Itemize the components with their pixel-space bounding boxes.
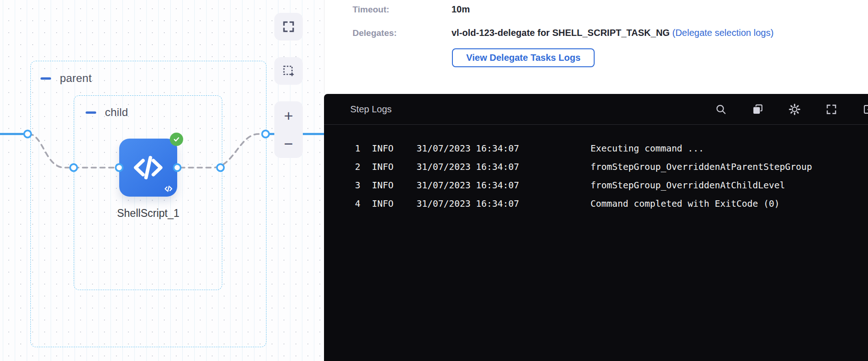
log-timestamp: 31/07/2023 16:34:07: [417, 198, 519, 209]
delegate-name-text: vl-old-123-delegate for SHELL_SCRIPT_TAS…: [451, 28, 672, 38]
step-group-child-header[interactable]: child: [86, 106, 128, 119]
delegates-label: Delegates:: [353, 28, 397, 38]
log-line: 4 INFO 31/07/2023 16:34:07 Command compl…: [324, 194, 868, 213]
delegate-selection-logs-link[interactable]: (Delegate selection logs): [672, 28, 774, 38]
success-badge-icon: [170, 133, 183, 146]
log-message: fromStepGroup_OverriddenAtChildLevel: [590, 180, 785, 191]
child-group-label: child: [105, 106, 128, 119]
log-message: fromStepGroup_OverriddenAtParentStepGrou…: [590, 162, 812, 172]
delegates-value: vl-old-123-delegate for SHELL_SCRIPT_TAS…: [451, 28, 774, 38]
log-level: INFO: [372, 162, 393, 172]
pipeline-canvas[interactable]: parent child ShellScript_1: [0, 0, 324, 361]
log-message: Command completed with ExitCode (0): [590, 198, 780, 209]
code-small-icon: [164, 184, 173, 193]
log-timestamp: 31/07/2023 16:34:07: [417, 162, 519, 172]
log-line: 3 INFO 31/07/2023 16:34:07 fromStepGroup…: [324, 176, 868, 194]
marquee-selection-icon: [282, 64, 295, 78]
canvas-marquee-select-button[interactable]: [274, 57, 303, 85]
fullscreen-icon[interactable]: [825, 103, 838, 116]
log-level: INFO: [372, 143, 393, 154]
step-node-label: ShellScript_1: [107, 207, 190, 220]
open-in-new-icon[interactable]: [862, 103, 868, 116]
collapse-parent-icon[interactable]: [41, 77, 51, 80]
log-line: 2 INFO 31/07/2023 16:34:07 fromStepGroup…: [324, 157, 868, 176]
collapse-child-icon[interactable]: [86, 111, 96, 114]
log-timestamp: 31/07/2023 16:34:07: [417, 180, 519, 191]
parent-group-label: parent: [60, 72, 92, 85]
step-group-parent-header[interactable]: parent: [41, 72, 92, 85]
search-icon[interactable]: [715, 103, 727, 116]
log-level: INFO: [372, 180, 393, 191]
log-line-number: 3: [353, 180, 360, 191]
step-logs-toolbar: [715, 94, 868, 124]
timeout-label: Timeout:: [353, 5, 389, 15]
step-logs-body[interactable]: 1 INFO 31/07/2023 16:34:07 Executing com…: [324, 125, 868, 213]
log-message: Executing command ...: [590, 143, 704, 154]
step-logs-panel[interactable]: Step Logs: [324, 94, 868, 361]
code-icon: [130, 149, 167, 186]
canvas-zoom-controls[interactable]: + −: [274, 101, 303, 158]
step-logs-title: Step Logs: [350, 104, 392, 115]
log-line-number: 1: [353, 143, 360, 154]
zoom-out-button[interactable]: −: [284, 136, 293, 151]
fullscreen-icon: [282, 20, 295, 34]
log-line: 1 INFO 31/07/2023 16:34:07 Executing com…: [324, 139, 868, 157]
timeout-value: 10m: [451, 4, 470, 15]
copy-icon[interactable]: [752, 103, 764, 116]
view-delegate-tasks-logs-button[interactable]: View Delegate Tasks Logs: [452, 48, 595, 67]
settings-gear-icon[interactable]: [788, 103, 801, 116]
shellscript-step-node[interactable]: [119, 139, 177, 197]
log-timestamp: 31/07/2023 16:34:07: [417, 143, 519, 154]
step-logs-header: Step Logs: [324, 94, 868, 125]
canvas-fit-view-button[interactable]: [274, 13, 303, 41]
step-details-pane: Timeout: 10m Delegates: vl-old-123-deleg…: [324, 0, 868, 94]
log-line-number: 4: [353, 198, 360, 209]
log-level: INFO: [372, 198, 393, 209]
log-line-number: 2: [353, 162, 360, 172]
zoom-in-button[interactable]: +: [284, 108, 293, 123]
